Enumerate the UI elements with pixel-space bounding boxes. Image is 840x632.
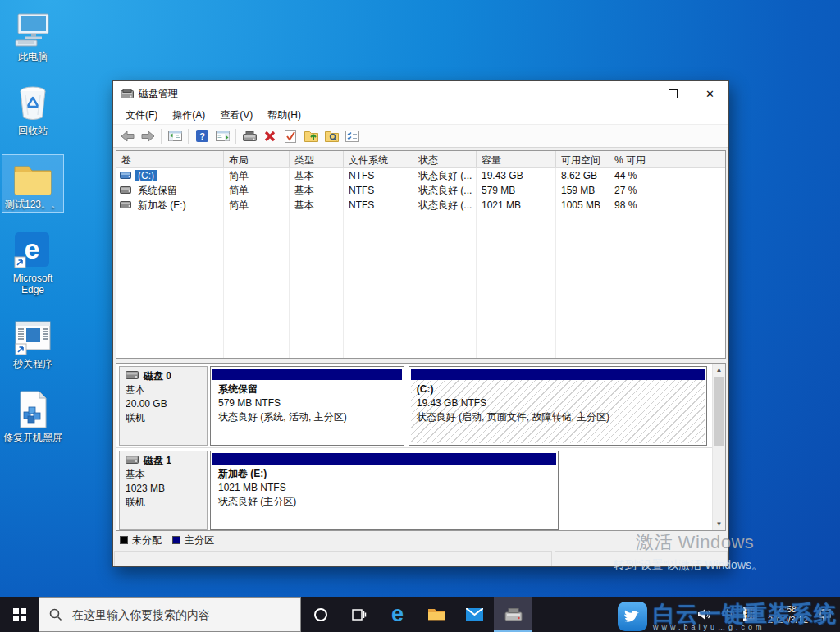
desktop-icon-edge[interactable]: eMicrosoft Edge bbox=[2, 228, 64, 298]
free-space-cell: 159 MB bbox=[556, 185, 609, 196]
volume-name: (C:) bbox=[135, 170, 157, 181]
back-button[interactable] bbox=[117, 127, 137, 145]
help-button[interactable]: ? bbox=[192, 127, 212, 145]
desktop-icon-recycle-bin[interactable]: 回收站 bbox=[2, 80, 64, 139]
column-header-6[interactable]: 可用空间 bbox=[556, 151, 609, 167]
recycle-bin-icon bbox=[13, 84, 52, 121]
legend-label: 主分区 bbox=[185, 534, 214, 547]
filesystem-cell: NTFS bbox=[344, 199, 413, 211]
disk-properties-button[interactable] bbox=[240, 127, 259, 145]
partition-box[interactable]: 新加卷 (E:)1021 MB NTFS状态良好 (主分区) bbox=[210, 451, 559, 530]
windows-logo-icon bbox=[13, 608, 26, 621]
column-header-4[interactable]: 状态 bbox=[413, 151, 477, 167]
status-cell: 状态良好 (... bbox=[413, 169, 477, 183]
title-bar[interactable]: 磁盘管理 ✕ bbox=[113, 81, 728, 106]
edge-taskbar-button[interactable]: e bbox=[378, 597, 417, 632]
column-header-2[interactable]: 类型 bbox=[290, 151, 344, 167]
desktop-icon-this-pc[interactable]: 此电脑 bbox=[2, 7, 64, 65]
volume-cell: (C:) bbox=[116, 170, 224, 181]
volume-row[interactable]: 新加卷 (E:)简单基本NTFS状态良好 (...1021 MB1005 MB9… bbox=[116, 198, 725, 213]
vertical-scrollbar[interactable]: ▲ ▼ bbox=[712, 364, 725, 530]
minimize-button[interactable] bbox=[618, 81, 655, 106]
volume-list-rows: (C:)简单基本NTFS状态良好 (...19.43 GB8.62 GB44 %… bbox=[116, 168, 725, 213]
column-header-5[interactable]: 容量 bbox=[477, 151, 556, 167]
desktop-icon-list: 此电脑回收站测试123。。eMicrosoft Edge秒关程序修复开机黑屏 bbox=[2, 7, 66, 446]
volume-disk-icon bbox=[120, 170, 131, 181]
capacity-cell: 19.43 GB bbox=[477, 170, 556, 181]
desktop-icon-registry-file[interactable]: 修复开机黑屏 bbox=[2, 387, 64, 446]
menu-help[interactable]: 帮助(H) bbox=[260, 106, 308, 125]
partition-box[interactable]: (C:)19.43 GB NTFS状态良好 (启动, 页面文件, 故障转储, 主… bbox=[409, 366, 707, 446]
partition-size: 579 MB NTFS bbox=[218, 396, 396, 410]
svg-text:e: e bbox=[25, 233, 40, 264]
search-icon bbox=[49, 608, 62, 621]
volume-disk-icon bbox=[120, 185, 131, 196]
desktop-icon-app-window[interactable]: 秒关程序 bbox=[2, 314, 64, 372]
column-header-7[interactable]: % 可用 bbox=[609, 151, 673, 167]
legend-color-swatch bbox=[120, 536, 128, 544]
show-console-tree-button[interactable] bbox=[165, 127, 185, 145]
desktop-icon-label: 秒关程序 bbox=[13, 358, 52, 369]
close-button[interactable]: ✕ bbox=[692, 81, 728, 106]
system-tray: 中 拼 8:58 2020/3/12 bbox=[697, 597, 840, 632]
volume-row[interactable]: 系统保留简单基本NTFS状态良好 (...579 MB159 MB27 % bbox=[116, 183, 725, 198]
ime-mode-indicator[interactable]: 拼 bbox=[743, 607, 757, 621]
volume-name: 系统保留 bbox=[135, 184, 180, 198]
find-button[interactable] bbox=[322, 127, 341, 145]
disk-size: 20.00 GB bbox=[126, 397, 201, 411]
menu-file[interactable]: 文件(F) bbox=[118, 106, 165, 125]
disk-list: 磁盘 0基本20.00 GB联机系统保留579 MB NTFS状态良好 (系统,… bbox=[116, 364, 712, 530]
desktop-icon-folder[interactable]: 测试123。。 bbox=[2, 154, 64, 213]
type-cell: 基本 bbox=[290, 184, 344, 198]
desktop-icon-label: 回收站 bbox=[18, 125, 48, 136]
partition-status: 状态良好 (系统, 活动, 主分区) bbox=[218, 410, 396, 424]
disk-row-1: 磁盘 1基本1023 MB联机新加卷 (E:)1021 MB NTFS状态良好 … bbox=[116, 448, 712, 530]
column-header-0[interactable]: 卷 bbox=[116, 151, 224, 167]
view-options-button[interactable] bbox=[342, 127, 362, 145]
disk-kind: 基本 bbox=[126, 383, 201, 397]
scroll-up-icon[interactable]: ▲ bbox=[713, 364, 725, 376]
column-header-1[interactable]: 布局 bbox=[224, 151, 290, 167]
partition-size: 1021 MB NTFS bbox=[218, 481, 550, 495]
delete-x-icon bbox=[264, 131, 276, 142]
file-explorer-button[interactable] bbox=[417, 597, 455, 632]
export-button[interactable] bbox=[301, 127, 321, 145]
forward-button[interactable] bbox=[138, 127, 158, 145]
taskbar: e 中 拼 8:58 2020/3/12 bbox=[0, 597, 840, 632]
taskbar-search-box[interactable] bbox=[39, 597, 301, 632]
maximize-button[interactable] bbox=[655, 81, 692, 106]
toolbar: ? bbox=[113, 124, 728, 148]
disk-state: 联机 bbox=[126, 496, 201, 510]
free-percent-cell: 98 % bbox=[609, 199, 673, 211]
properties-check-button[interactable] bbox=[281, 127, 300, 145]
search-input[interactable] bbox=[71, 607, 279, 622]
action-center-icon[interactable] bbox=[819, 608, 832, 621]
volume-row[interactable]: (C:)简单基本NTFS状态良好 (...19.43 GB8.62 GB44 % bbox=[116, 168, 725, 183]
filesystem-cell: NTFS bbox=[344, 170, 413, 181]
task-view-button[interactable] bbox=[340, 597, 378, 632]
start-button[interactable] bbox=[0, 597, 39, 632]
scrollbar-thumb[interactable] bbox=[714, 377, 724, 446]
disk-header-0[interactable]: 磁盘 0基本20.00 GB联机 bbox=[119, 366, 208, 446]
delete-button[interactable] bbox=[260, 127, 280, 145]
show-action-pane-button[interactable] bbox=[212, 127, 232, 145]
partition-box[interactable]: 系统保留579 MB NTFS状态良好 (系统, 活动, 主分区) bbox=[210, 366, 404, 446]
scroll-down-icon[interactable]: ▼ bbox=[713, 518, 725, 530]
status-bar-section bbox=[555, 551, 728, 566]
menu-view[interactable]: 查看(V) bbox=[212, 106, 260, 125]
menu-action[interactable]: 操作(A) bbox=[165, 106, 212, 125]
disk-header-1[interactable]: 磁盘 1基本1023 MB联机 bbox=[119, 451, 208, 530]
clock-time: 8:58 bbox=[768, 604, 808, 615]
column-header-3[interactable]: 文件系统 bbox=[344, 151, 413, 167]
disk-management-taskbar-button[interactable] bbox=[494, 597, 532, 632]
volume-speaker-icon[interactable] bbox=[697, 608, 711, 621]
back-arrow-icon bbox=[121, 131, 135, 142]
cortana-button[interactable] bbox=[301, 597, 340, 632]
list-settings-icon bbox=[345, 131, 359, 142]
registry-file-icon bbox=[13, 391, 52, 428]
volume-cell: 新加卷 (E:) bbox=[116, 199, 224, 213]
ime-language-indicator[interactable]: 中 bbox=[722, 607, 733, 622]
status-cell: 状态良好 (... bbox=[413, 184, 477, 198]
taskbar-clock[interactable]: 8:58 2020/3/12 bbox=[768, 604, 808, 625]
mail-button[interactable] bbox=[455, 597, 494, 632]
